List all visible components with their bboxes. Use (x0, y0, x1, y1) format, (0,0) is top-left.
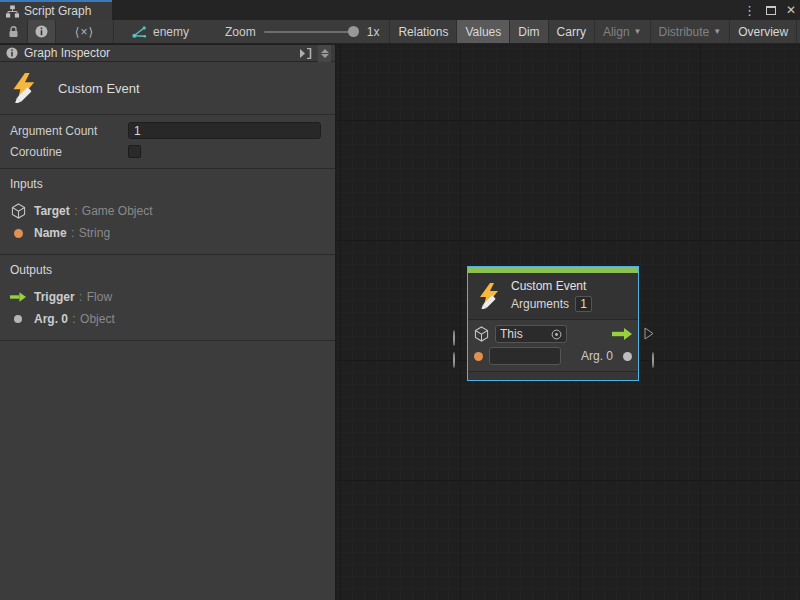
graph-breadcrumb[interactable]: enemy (114, 20, 199, 43)
zoom-control: Zoom 1x (199, 20, 389, 43)
sitemap-icon (6, 5, 19, 18)
graph-name-label: enemy (153, 25, 189, 39)
toolbar-buttons: Relations Values Dim Carry Align▼ Distri… (389, 20, 800, 43)
zoom-value: 1x (367, 25, 380, 39)
argument-count-field[interactable]: 1 (128, 122, 321, 139)
inputs-section: Inputs Target : Game Object Name : Strin… (0, 169, 335, 255)
lock-button[interactable] (0, 20, 28, 43)
node-title: Custom Event (511, 279, 592, 293)
code-preview-button[interactable]: ⟨×⟩ (56, 20, 114, 43)
output-port-trigger[interactable] (644, 327, 654, 340)
flow-arrow-icon (10, 292, 26, 302)
distribute-dropdown[interactable]: Distribute▼ (651, 20, 731, 43)
custom-event-node[interactable]: Custom Event Arguments 1 (467, 266, 639, 381)
input-port-target[interactable] (453, 331, 455, 345)
dock-panel-icon[interactable] (299, 48, 312, 59)
output-port-arg0[interactable] (652, 353, 654, 367)
custom-event-icon (10, 73, 40, 103)
outputs-title: Outputs (10, 263, 325, 277)
port-row-arg0: Arg. 0 : Object (10, 308, 325, 330)
lock-icon (8, 26, 19, 38)
carry-button[interactable]: Carry (549, 20, 595, 43)
unit-settings: Argument Count 1 Coroutine (0, 115, 335, 169)
dim-button[interactable]: Dim (510, 20, 548, 43)
title-bar: Script Graph ⋮ ✕ (0, 0, 800, 20)
zoom-label: Zoom (225, 25, 256, 39)
coroutine-label: Coroutine (10, 145, 128, 159)
unit-title: Custom Event (58, 81, 140, 96)
trigger-output-icon (612, 328, 632, 340)
node-header[interactable]: Custom Event Arguments 1 (468, 273, 638, 320)
panel-scroll-spinner[interactable] (318, 45, 331, 62)
relations-button[interactable]: Relations (390, 20, 457, 43)
name-value-field[interactable] (489, 347, 561, 365)
inspector-title: Graph Inspector (24, 46, 110, 60)
arg0-label: Arg. 0 (581, 349, 613, 363)
argument-count-label: Argument Count (10, 124, 128, 138)
port-row-target: Target : Game Object (10, 200, 325, 222)
graph-inspector-panel: Graph Inspector (0, 45, 336, 600)
node-body: This (468, 320, 638, 371)
port-row-name: Name : String (10, 222, 325, 244)
info-icon (6, 47, 18, 59)
graph-icon (132, 25, 147, 39)
outputs-section: Outputs Trigger : Flow Arg. 0 : Object (0, 255, 335, 341)
object-picker-icon[interactable] (551, 329, 562, 340)
inputs-title: Inputs (10, 177, 325, 191)
cube-icon (474, 326, 489, 342)
unit-header: Custom Event (0, 62, 335, 115)
cube-icon (10, 203, 26, 219)
input-port-name[interactable] (453, 353, 455, 367)
gray-dot-icon (14, 315, 22, 323)
arguments-count-field[interactable]: 1 (575, 296, 592, 312)
coroutine-checkbox[interactable] (128, 145, 141, 158)
values-button[interactable]: Values (457, 20, 510, 43)
graph-inspector-header: Graph Inspector (0, 45, 335, 62)
kebab-menu-icon[interactable]: ⋮ (743, 4, 756, 17)
script-graph-window: Script Graph ⋮ ✕ (0, 0, 800, 600)
maximize-icon[interactable] (766, 6, 776, 15)
orange-dot-icon (474, 352, 483, 361)
inspector-toggle-button[interactable] (28, 20, 56, 43)
scroll-down-icon[interactable] (321, 54, 329, 58)
tab-script-graph[interactable]: Script Graph (0, 0, 112, 20)
node-footer (468, 371, 638, 380)
overview-button[interactable]: Overview (730, 20, 797, 43)
code-icon: ⟨×⟩ (75, 25, 94, 39)
chevron-down-icon: ▼ (713, 27, 721, 36)
align-dropdown[interactable]: Align▼ (595, 20, 651, 43)
chevron-down-icon: ▼ (634, 27, 642, 36)
scroll-up-icon[interactable] (321, 49, 329, 53)
custom-event-icon (477, 283, 503, 309)
port-row-trigger: Trigger : Flow (10, 286, 325, 308)
gray-dot-icon (623, 352, 632, 361)
arguments-label: Arguments (511, 297, 569, 311)
orange-dot-icon (14, 229, 23, 238)
graph-toolbar: ⟨×⟩ enemy Zoom 1x Relations Val (0, 20, 800, 44)
graph-canvas[interactable]: Custom Event Arguments 1 (337, 45, 800, 600)
target-object-field[interactable]: This (495, 325, 567, 343)
info-icon (35, 25, 48, 38)
zoom-slider[interactable] (264, 31, 359, 33)
tab-label: Script Graph (24, 4, 91, 18)
zoom-slider-handle[interactable] (348, 26, 359, 37)
close-icon[interactable]: ✕ (786, 4, 796, 16)
